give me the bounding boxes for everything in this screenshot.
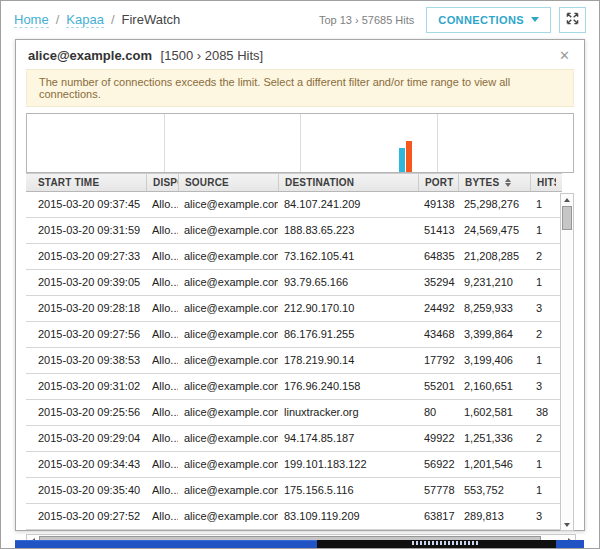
cell-disposition: Allo... (146, 504, 178, 529)
breadcrumb-separator: / (56, 12, 60, 27)
column-header-hits[interactable]: HITS (530, 174, 556, 191)
cell-disposition: Allo... (146, 400, 178, 425)
breadcrumb-home[interactable]: Home (14, 12, 49, 28)
cell-start-time: 2015-03-20 09:28:18 (26, 296, 146, 321)
cell-hits: 1 (530, 192, 556, 217)
top-toolbar: Home / Kapaa / FireWatch Top 13 › 57685 … (1, 1, 599, 38)
cell-destination: 212.90.170.10 (278, 296, 418, 321)
table-row[interactable]: 2015-03-20 09:27:56 Allo... alice@exampl… (26, 322, 562, 348)
chart-bar-blue (399, 148, 405, 172)
cell-hits: 3 (530, 504, 556, 529)
dialog-header: alice@example.com [1500 › 2085 Hits] ✕ (26, 40, 574, 69)
cell-source: alice@example.com (178, 270, 278, 295)
table-row[interactable]: 2015-03-20 09:28:18 Allo... alice@exampl… (26, 296, 562, 322)
cell-bytes: 289,813 (458, 504, 530, 529)
cell-source: alice@example.com (178, 478, 278, 503)
table-row[interactable]: 2015-03-20 09:27:52 Allo... alice@exampl… (26, 504, 562, 530)
cell-port: 51413 (418, 218, 458, 243)
cell-disposition: Allo... (146, 452, 178, 477)
cell-destination: 93.79.65.166 (278, 270, 418, 295)
cell-port: 57778 (418, 478, 458, 503)
column-header-start-time[interactable]: START TIME (26, 174, 146, 191)
timeline-segment-black (317, 540, 556, 548)
cell-start-time: 2015-03-20 09:37:45 (26, 192, 146, 217)
cell-source: alice@example.com (178, 400, 278, 425)
hits-summary: Top 13 › 57685 Hits (319, 14, 414, 26)
table-row[interactable]: 2015-03-20 09:31:02 Allo... alice@exampl… (26, 374, 562, 400)
cell-destination: 73.162.105.41 (278, 244, 418, 269)
table-row[interactable]: 2015-03-20 09:38:53 Allo... alice@exampl… (26, 348, 562, 374)
cell-source: alice@example.com (178, 296, 278, 321)
table-row[interactable]: 2015-03-20 09:25:56 Allo... alice@exampl… (26, 400, 562, 426)
cell-bytes: 9,231,210 (458, 270, 530, 295)
cell-port: 49922 (418, 426, 458, 451)
cell-start-time: 2015-03-20 09:38:53 (26, 348, 146, 373)
breadcrumb-firewatch: FireWatch (122, 12, 181, 27)
fullscreen-expand-button[interactable] (559, 7, 586, 33)
vertical-scrollbar-thumb[interactable] (562, 206, 572, 230)
cell-hits: 2 (530, 244, 556, 269)
cell-source: alice@example.com (178, 452, 278, 477)
cell-disposition: Allo... (146, 374, 178, 399)
column-header-bytes[interactable]: BYTES (458, 174, 530, 191)
cell-destination: 175.156.5.116 (278, 478, 418, 503)
cell-hits: 1 (530, 270, 556, 295)
cell-destination: 86.176.91.255 (278, 322, 418, 347)
cell-port: 17792 (418, 348, 458, 373)
table-row[interactable]: 2015-03-20 09:31:59 Allo... alice@exampl… (26, 218, 562, 244)
table-row[interactable]: 2015-03-20 09:27:33 Allo... alice@exampl… (26, 244, 562, 270)
cell-source: alice@example.com (178, 426, 278, 451)
breadcrumb-kapaa[interactable]: Kapaa (66, 12, 104, 28)
cell-disposition: Allo... (146, 426, 178, 451)
cell-hits: 2 (530, 322, 556, 347)
cell-port: 56922 (418, 452, 458, 477)
column-header-disposition[interactable]: DISPO (146, 174, 178, 191)
table-row[interactable]: 2015-03-20 09:29:04 Allo... alice@exampl… (26, 426, 562, 452)
table-row[interactable]: 2015-03-20 09:37:45 Allo... alice@exampl… (26, 192, 562, 218)
close-icon[interactable]: ✕ (557, 49, 572, 62)
connections-table: START TIME DISPO SOURCE DESTINATION PORT… (26, 173, 574, 530)
chart-gridline (164, 114, 165, 172)
table-row[interactable]: 2015-03-20 09:34:43 Allo... alice@exampl… (26, 452, 562, 478)
cell-hits: 3 (530, 296, 556, 321)
cell-hits: 1 (530, 348, 556, 373)
cell-bytes: 21,208,285 (458, 244, 530, 269)
table-header-row: START TIME DISPO SOURCE DESTINATION PORT… (26, 173, 562, 192)
scroll-down-arrow-icon[interactable] (561, 519, 573, 530)
cell-hits: 1 (530, 478, 556, 503)
dialog-title-hits: [1500 › 2085 Hits] (161, 48, 264, 63)
cell-bytes: 1,251,336 (458, 426, 530, 451)
cell-disposition: Allo... (146, 192, 178, 217)
cell-bytes: 8,259,933 (458, 296, 530, 321)
cell-port: 35294 (418, 270, 458, 295)
cell-destination: linuxtracker.org (278, 400, 418, 425)
column-header-destination[interactable]: DESTINATION (278, 174, 418, 191)
timeline-segment-blue-right (556, 540, 584, 548)
column-header-port[interactable]: PORT (418, 174, 458, 191)
breadcrumb-separator: / (111, 12, 115, 27)
cell-source: alice@example.com (178, 218, 278, 243)
cell-bytes: 553,752 (458, 478, 530, 503)
sort-icon (505, 178, 511, 187)
limit-warning-text: The number of connections exceeds the li… (39, 76, 510, 100)
cell-bytes: 24,569,475 (458, 218, 530, 243)
vertical-scrollbar[interactable] (560, 193, 574, 531)
limit-warning-banner: The number of connections exceeds the li… (26, 69, 574, 107)
scroll-up-arrow-icon[interactable] (561, 194, 573, 205)
cell-bytes: 1,201,546 (458, 452, 530, 477)
firewatch-screen: Home / Kapaa / FireWatch Top 13 › 57685 … (0, 0, 600, 549)
table-row[interactable]: 2015-03-20 09:35:40 Allo... alice@exampl… (26, 478, 562, 504)
cell-start-time: 2015-03-20 09:25:56 (26, 400, 146, 425)
cell-source: alice@example.com (178, 244, 278, 269)
cell-start-time: 2015-03-20 09:27:52 (26, 504, 146, 529)
timeline-segment-blue-left (15, 540, 317, 548)
connections-dropdown-button[interactable]: CONNECTIONS (426, 7, 551, 33)
table-row[interactable]: 2015-03-20 09:39:05 Allo... alice@exampl… (26, 270, 562, 296)
column-header-source[interactable]: SOURCE (178, 174, 278, 191)
cell-source: alice@example.com (178, 348, 278, 373)
cell-bytes: 3,399,864 (458, 322, 530, 347)
cell-port: 24492 (418, 296, 458, 321)
chart-bar-orange (406, 141, 412, 172)
dialog-title-user: alice@example.com (28, 48, 152, 63)
expand-arrows-icon (566, 11, 579, 29)
